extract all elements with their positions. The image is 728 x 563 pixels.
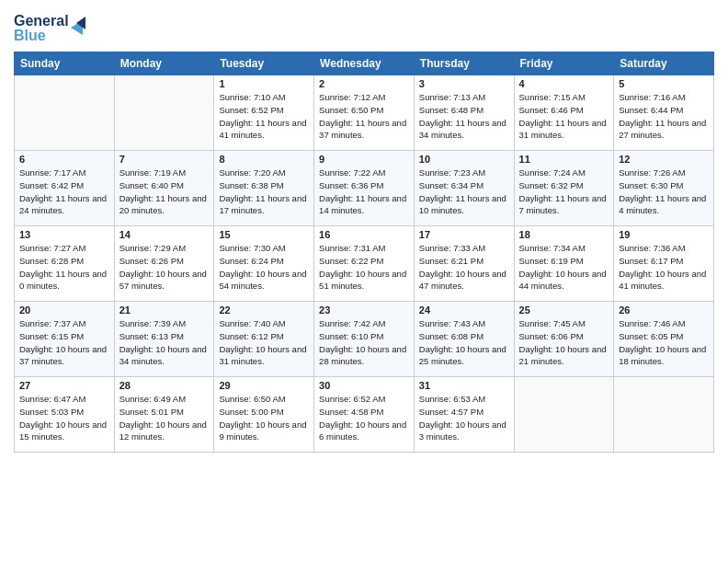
day-number: 26 [619, 304, 709, 316]
calendar-week-row: 20Sunrise: 7:37 AM Sunset: 6:15 PM Dayli… [15, 302, 714, 377]
day-info: Sunrise: 7:45 AM Sunset: 6:06 PM Dayligh… [519, 317, 609, 368]
day-info: Sunrise: 7:17 AM Sunset: 6:42 PM Dayligh… [19, 167, 109, 217]
day-number: 6 [19, 154, 109, 165]
calendar-cell: 15Sunrise: 7:30 AM Sunset: 6:24 PM Dayli… [214, 226, 314, 302]
calendar-cell: 21Sunrise: 7:39 AM Sunset: 6:13 PM Dayli… [114, 302, 214, 377]
day-info: Sunrise: 7:37 AM Sunset: 6:15 PM Dayligh… [19, 317, 109, 368]
day-number: 1 [219, 78, 309, 89]
weekday-header: Tuesday [214, 52, 314, 75]
day-info: Sunrise: 7:36 AM Sunset: 6:17 PM Dayligh… [619, 242, 709, 293]
day-info: Sunrise: 7:39 AM Sunset: 6:13 PM Dayligh… [119, 317, 210, 368]
day-number: 18 [519, 229, 609, 240]
calendar-cell: 11Sunrise: 7:24 AM Sunset: 6:32 PM Dayli… [514, 151, 614, 226]
calendar-table: SundayMondayTuesdayWednesdayThursdayFrid… [14, 52, 714, 453]
day-info: Sunrise: 6:49 AM Sunset: 5:01 PM Dayligh… [119, 393, 210, 443]
day-info: Sunrise: 7:24 AM Sunset: 6:32 PM Dayligh… [519, 167, 609, 217]
weekday-header: Monday [114, 52, 214, 75]
day-number: 20 [19, 304, 109, 316]
calendar-cell: 8Sunrise: 7:20 AM Sunset: 6:38 PM Daylig… [214, 151, 314, 226]
calendar-cell: 25Sunrise: 7:45 AM Sunset: 6:06 PM Dayli… [514, 302, 614, 377]
weekday-header: Friday [514, 52, 614, 75]
calendar-week-row: 13Sunrise: 7:27 AM Sunset: 6:28 PM Dayli… [15, 226, 714, 302]
day-info: Sunrise: 7:20 AM Sunset: 6:38 PM Dayligh… [219, 167, 309, 217]
calendar-cell: 29Sunrise: 6:50 AM Sunset: 5:00 PM Dayli… [214, 377, 314, 453]
day-number: 27 [19, 380, 109, 391]
day-info: Sunrise: 7:29 AM Sunset: 6:26 PM Dayligh… [119, 242, 210, 293]
day-info: Sunrise: 7:13 AM Sunset: 6:48 PM Dayligh… [419, 91, 509, 142]
calendar-cell: 24Sunrise: 7:43 AM Sunset: 6:08 PM Dayli… [414, 302, 514, 377]
day-number: 9 [319, 154, 409, 165]
day-number: 4 [519, 78, 609, 89]
day-info: Sunrise: 7:33 AM Sunset: 6:21 PM Dayligh… [419, 242, 509, 293]
day-info: Sunrise: 7:34 AM Sunset: 6:19 PM Dayligh… [519, 242, 609, 293]
day-info: Sunrise: 7:12 AM Sunset: 6:50 PM Dayligh… [319, 91, 409, 142]
day-number: 24 [419, 304, 509, 316]
day-info: Sunrise: 6:52 AM Sunset: 4:58 PM Dayligh… [319, 393, 409, 443]
day-number: 16 [319, 229, 409, 240]
day-info: Sunrise: 7:46 AM Sunset: 6:05 PM Dayligh… [619, 317, 709, 368]
header: General Blue [14, 9, 714, 44]
page: General Blue SundayMondayTuesdayWednesda… [0, 0, 728, 563]
day-number: 31 [419, 380, 509, 391]
calendar-cell: 28Sunrise: 6:49 AM Sunset: 5:01 PM Dayli… [114, 377, 214, 453]
day-info: Sunrise: 7:15 AM Sunset: 6:46 PM Dayligh… [519, 91, 609, 142]
logo: General Blue [14, 9, 87, 44]
calendar-cell: 10Sunrise: 7:23 AM Sunset: 6:34 PM Dayli… [414, 151, 514, 226]
calendar-cell: 19Sunrise: 7:36 AM Sunset: 6:17 PM Dayli… [614, 226, 714, 302]
day-info: Sunrise: 7:30 AM Sunset: 6:24 PM Dayligh… [219, 242, 309, 293]
day-info: Sunrise: 7:19 AM Sunset: 6:40 PM Dayligh… [119, 167, 210, 217]
calendar-cell: 6Sunrise: 7:17 AM Sunset: 6:42 PM Daylig… [15, 151, 115, 226]
day-info: Sunrise: 7:23 AM Sunset: 6:34 PM Dayligh… [419, 167, 509, 217]
day-number: 17 [419, 229, 509, 240]
weekday-header: Saturday [614, 52, 714, 75]
day-info: Sunrise: 7:10 AM Sunset: 6:52 PM Dayligh… [219, 91, 309, 142]
calendar-week-row: 1Sunrise: 7:10 AM Sunset: 6:52 PM Daylig… [15, 75, 714, 151]
day-number: 13 [19, 229, 109, 240]
weekday-header: Thursday [414, 52, 514, 75]
calendar-cell: 23Sunrise: 7:42 AM Sunset: 6:10 PM Dayli… [314, 302, 415, 377]
day-number: 7 [119, 154, 210, 165]
day-number: 11 [519, 154, 609, 165]
day-info: Sunrise: 7:42 AM Sunset: 6:10 PM Dayligh… [319, 317, 409, 368]
day-info: Sunrise: 6:53 AM Sunset: 4:57 PM Dayligh… [419, 393, 509, 443]
calendar-cell: 9Sunrise: 7:22 AM Sunset: 6:36 PM Daylig… [314, 151, 415, 226]
day-info: Sunrise: 7:16 AM Sunset: 6:44 PM Dayligh… [619, 91, 709, 142]
calendar-cell: 17Sunrise: 7:33 AM Sunset: 6:21 PM Dayli… [414, 226, 514, 302]
day-number: 3 [419, 78, 509, 89]
calendar-cell [614, 377, 714, 453]
weekday-header: Wednesday [314, 52, 415, 75]
day-info: Sunrise: 7:43 AM Sunset: 6:08 PM Dayligh… [419, 317, 509, 368]
logo-icon: General Blue [14, 9, 87, 44]
calendar-cell: 18Sunrise: 7:34 AM Sunset: 6:19 PM Dayli… [514, 226, 614, 302]
day-info: Sunrise: 7:27 AM Sunset: 6:28 PM Dayligh… [19, 242, 109, 293]
day-info: Sunrise: 6:50 AM Sunset: 5:00 PM Dayligh… [219, 393, 309, 443]
day-number: 28 [119, 380, 210, 391]
calendar-cell: 12Sunrise: 7:26 AM Sunset: 6:30 PM Dayli… [614, 151, 714, 226]
calendar-cell [15, 75, 115, 151]
day-number: 21 [119, 304, 210, 316]
svg-text:Blue: Blue [14, 28, 46, 43]
calendar-cell: 7Sunrise: 7:19 AM Sunset: 6:40 PM Daylig… [114, 151, 214, 226]
weekday-header: Sunday [15, 52, 115, 75]
calendar-cell: 26Sunrise: 7:46 AM Sunset: 6:05 PM Dayli… [614, 302, 714, 377]
calendar-cell: 2Sunrise: 7:12 AM Sunset: 6:50 PM Daylig… [314, 75, 415, 151]
day-number: 22 [219, 304, 309, 316]
day-info: Sunrise: 7:26 AM Sunset: 6:30 PM Dayligh… [619, 167, 709, 217]
calendar-cell: 31Sunrise: 6:53 AM Sunset: 4:57 PM Dayli… [414, 377, 514, 453]
calendar-cell [114, 75, 214, 151]
calendar-cell: 4Sunrise: 7:15 AM Sunset: 6:46 PM Daylig… [514, 75, 614, 151]
day-number: 25 [519, 304, 609, 316]
day-info: Sunrise: 7:31 AM Sunset: 6:22 PM Dayligh… [319, 242, 409, 293]
day-number: 30 [319, 380, 409, 391]
calendar-week-row: 27Sunrise: 6:47 AM Sunset: 5:03 PM Dayli… [15, 377, 714, 453]
calendar-cell: 14Sunrise: 7:29 AM Sunset: 6:26 PM Dayli… [114, 226, 214, 302]
day-number: 29 [219, 380, 309, 391]
calendar-cell: 13Sunrise: 7:27 AM Sunset: 6:28 PM Dayli… [15, 226, 115, 302]
day-number: 10 [419, 154, 509, 165]
calendar-cell: 5Sunrise: 7:16 AM Sunset: 6:44 PM Daylig… [614, 75, 714, 151]
day-number: 15 [219, 229, 309, 240]
calendar-cell: 27Sunrise: 6:47 AM Sunset: 5:03 PM Dayli… [15, 377, 115, 453]
day-number: 23 [319, 304, 409, 316]
day-number: 12 [619, 154, 709, 165]
calendar-cell: 3Sunrise: 7:13 AM Sunset: 6:48 PM Daylig… [414, 75, 514, 151]
